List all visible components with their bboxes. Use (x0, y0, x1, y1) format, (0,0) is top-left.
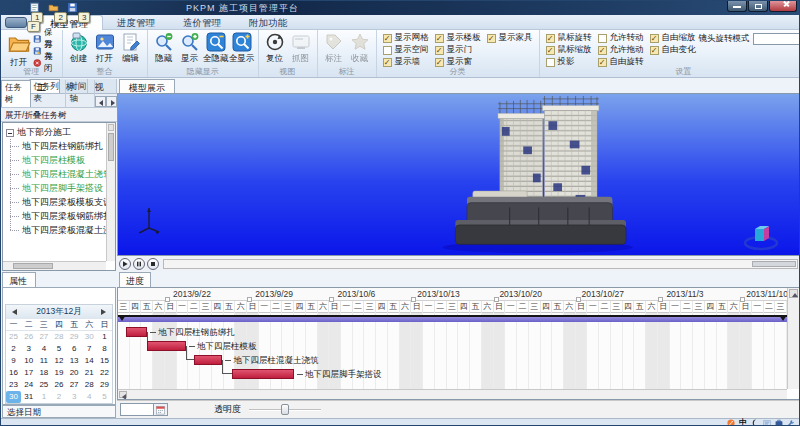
tree-item[interactable]: 地下四层脚手架搭设 (10, 181, 115, 195)
calendar-day[interactable]: 25 (6, 331, 21, 343)
transparency-slider[interactable] (249, 403, 321, 416)
calendar-day[interactable]: 2 (51, 391, 66, 403)
tree-item[interactable]: 地下四层柱混凝土浇筑 (10, 167, 115, 181)
scroll-up-icon[interactable] (108, 124, 114, 131)
ribbon-button[interactable]: 创建 (66, 31, 92, 65)
sidebar-subtab[interactable]: 任务列表 (31, 80, 67, 107)
calendar-day[interactable]: 30 (6, 391, 21, 403)
calendar-day[interactable]: 14 (82, 355, 97, 367)
checkbox[interactable]: ✓ (546, 46, 555, 55)
checkbox[interactable]: ✓ (650, 34, 659, 43)
gantt-task-bar[interactable] (147, 341, 186, 351)
play-button[interactable] (119, 258, 131, 270)
checkbox[interactable]: ✓ (487, 34, 496, 43)
slider-thumb[interactable] (281, 404, 289, 415)
calendar-day[interactable]: 5 (51, 343, 66, 355)
calendar-day[interactable]: 26 (51, 379, 66, 391)
tree-item[interactable]: 地下四层柱模板 (10, 153, 115, 167)
calendar-day[interactable]: 23 (6, 379, 21, 391)
checkbox-option[interactable]: ✓显示家具 (487, 33, 533, 43)
open-project-button[interactable]: 打开 (4, 31, 33, 69)
tree-root[interactable]: 地下部分施工 (3, 123, 115, 139)
ribbon-button[interactable]: 编辑 (118, 31, 144, 65)
expand-collapse-tree-button[interactable]: 展开/折叠任务树 (1, 108, 117, 122)
calendar-day[interactable]: 19 (51, 367, 66, 379)
calendar-day[interactable]: 13 (67, 355, 82, 367)
tree-item[interactable]: 地下四层梁板混凝土浇筑 (10, 223, 115, 237)
checkbox-option[interactable]: ✓显示网格 (383, 33, 429, 43)
ribbon-tab[interactable]: 进度管理 (103, 15, 169, 30)
timeline-scrollbar[interactable] (163, 259, 798, 269)
tree-item[interactable]: 地下四层梁板模板支设 (10, 195, 115, 209)
collapse-icon[interactable] (6, 129, 14, 137)
calendar-day[interactable]: 2 (6, 343, 21, 355)
calendar-day[interactable]: 17 (21, 367, 36, 379)
subtab-scroll-right-icon[interactable] (106, 96, 117, 107)
calendar-day[interactable]: 3 (67, 391, 82, 403)
gantt-vertical-scrollbar[interactable] (787, 288, 799, 389)
calendar-day[interactable]: 8 (97, 343, 112, 355)
tree-vertical-scrollbar[interactable] (106, 123, 115, 261)
wrench-icon[interactable] (787, 419, 795, 426)
calendar-day[interactable]: 29 (67, 331, 82, 343)
calendar-day[interactable]: 6 (67, 343, 82, 355)
checkbox-option[interactable]: ✓显示楼板 (435, 33, 481, 43)
checkbox-option[interactable]: ✓自由变化 (650, 45, 696, 55)
date-input[interactable] (120, 403, 154, 416)
select-date-field[interactable]: 选择日期 (2, 405, 116, 418)
ribbon-tab[interactable]: 附加功能 (235, 15, 301, 30)
subtab-scroll-left-icon[interactable] (95, 96, 106, 107)
tab-model-display[interactable]: 模型展示 (119, 79, 175, 93)
sidebar-subtab[interactable]: 任务树 (1, 80, 31, 107)
calendar-day[interactable]: 30 (82, 331, 97, 343)
scroll-left-icon[interactable] (119, 391, 127, 398)
calendar-day[interactable]: 4 (82, 391, 97, 403)
calendar-day[interactable]: 28 (82, 379, 97, 391)
ribbon-button[interactable]: 显示 (177, 31, 203, 65)
sidebar-subtab[interactable]: 时间轴 (66, 80, 95, 107)
calendar-day[interactable]: 27 (36, 331, 51, 343)
tab-progress[interactable]: 进度 (119, 272, 151, 287)
checkbox-option[interactable]: ✓鼠标旋转 (546, 33, 592, 43)
ribbon-button[interactable]: 全显示 (229, 31, 255, 65)
calendar-day[interactable]: 5 (97, 391, 112, 403)
moon-icon[interactable] (751, 419, 759, 426)
checkbox[interactable]: ✓ (650, 46, 659, 55)
calendar-day[interactable]: 20 (67, 367, 82, 379)
briefcase-icon[interactable] (775, 419, 783, 426)
calendar-day[interactable]: 7 (82, 343, 97, 355)
checkbox[interactable]: ✓ (435, 46, 444, 55)
ime-badge-icon[interactable] (727, 419, 735, 426)
checkbox[interactable]: ✓ (598, 46, 607, 55)
close-button[interactable] (769, 1, 797, 12)
ime-language-indicator[interactable]: 中 (739, 419, 747, 426)
checkbox[interactable]: ✓ (546, 34, 555, 43)
stop-button[interactable] (147, 258, 159, 270)
tree-item[interactable]: 地下四层柱钢筋绑扎 (10, 139, 115, 153)
gantt-horizontal-scrollbar[interactable] (118, 389, 787, 399)
gantt-task-bar[interactable] (232, 369, 294, 379)
gantt-task-bar[interactable] (194, 355, 222, 365)
ribbon-button[interactable]: 打开 (92, 31, 118, 65)
calendar-day[interactable]: 29 (97, 379, 112, 391)
viewport-3d[interactable] (117, 93, 800, 256)
calendar-day[interactable]: 12 (51, 355, 66, 367)
keyboard-icon[interactable] (763, 419, 771, 426)
ribbon-tab[interactable]: 造价管理 (169, 15, 235, 30)
calendar-day[interactable]: 16 (6, 367, 21, 379)
camera-rotation-mode-select[interactable] (753, 33, 800, 45)
calendar-day[interactable]: 28 (51, 331, 66, 343)
calendar-day[interactable]: 31 (21, 391, 36, 403)
calendar-day[interactable]: 11 (36, 355, 51, 367)
calendar-picker-button[interactable] (154, 403, 168, 416)
app-menu-button[interactable] (5, 17, 27, 28)
calendar-day[interactable]: 10 (21, 355, 36, 367)
calendar-day[interactable]: 18 (36, 367, 51, 379)
tab-properties[interactable]: 属性 (2, 272, 36, 287)
calendar-day[interactable]: 4 (36, 343, 51, 355)
calendar-day[interactable]: 24 (21, 379, 36, 391)
calendar-day[interactable]: 21 (82, 367, 97, 379)
ribbon-button[interactable]: 隐藏 (151, 31, 177, 65)
tree-item[interactable]: 地下四层梁板钢筋绑扎 (10, 209, 115, 223)
calendar-day[interactable]: 22 (97, 367, 112, 379)
